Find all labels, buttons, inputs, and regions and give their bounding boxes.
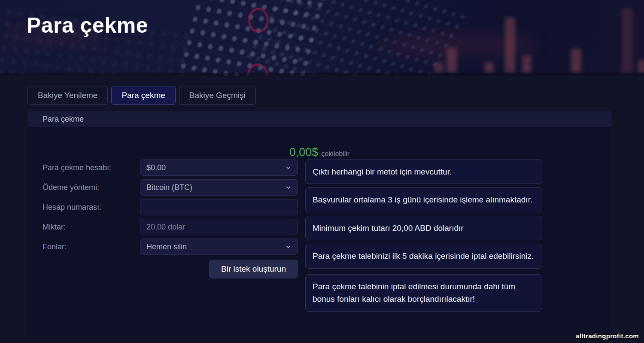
balance-suffix-label: çekilebilir [321, 150, 349, 157]
header-bar-chart-art [505, 18, 515, 73]
tab-balance-refill[interactable]: Bakiye Yenileme [27, 86, 108, 105]
site-watermark: alltradingprofit.com [576, 332, 639, 340]
account-number-field-wrap [140, 199, 298, 215]
note-bonus-warning: Para çekme talebinin iptal edilmesi duru… [305, 274, 542, 312]
tab-label: Bakiye Geçmişi [189, 91, 246, 100]
header-red-ring-art [248, 8, 269, 33]
tab-label: Bakiye Yenileme [38, 91, 97, 100]
info-notes: Çıktı herhangi bir metot için mevcuttur.… [305, 159, 542, 312]
create-request-button[interactable]: Bir istek oluşturun [209, 260, 298, 279]
select-value: $0.00 [146, 163, 166, 172]
panel-title: Para çekme [43, 115, 84, 124]
amount-field-wrap [140, 219, 298, 235]
account-number-input[interactable] [146, 203, 292, 212]
header-bar-chart-art [447, 48, 457, 73]
page-title: Para çekme [27, 13, 148, 38]
chevron-down-icon [285, 165, 292, 171]
account-number-label: Hesap numarası: [43, 203, 140, 212]
note-cancel-window: Para çekme talebinizi ilk 5 dakika içeri… [305, 244, 542, 268]
form-column: Para çekme hesabı: $0.00 Ödeme yöntemi: … [43, 159, 298, 312]
header-bar-chart-art [522, 55, 532, 73]
select-value: Hemen silin [146, 242, 187, 251]
tab-withdrawal[interactable]: Para çekme [111, 86, 175, 105]
tab-label: Para çekme [122, 91, 165, 100]
form-row: Fonlar: Hemen silin [43, 239, 298, 255]
panel-body: 0,00$çekilebilir Para çekme hesabı: $0.0… [27, 127, 611, 336]
chevron-down-icon [285, 244, 292, 250]
tab-balance-history[interactable]: Bakiye Geçmişi [179, 86, 256, 105]
amount-label: Miktar: [43, 223, 140, 232]
payment-method-select[interactable]: Bitcoin (BTC) [140, 179, 298, 196]
withdrawal-account-label: Para çekme hesabı: [43, 163, 140, 172]
form-row: Hesap numarası: [43, 199, 298, 215]
payment-method-label: Ödeme yöntemi: [43, 183, 140, 192]
note-any-method: Çıktı herhangi bir metot için mevcuttur. [305, 159, 542, 184]
header-bar-chart-art [434, 62, 443, 73]
form-row: Para çekme hesabı: $0.00 [43, 159, 298, 176]
balance-tabs: Bakiye Yenileme Para çekme Bakiye Geçmiş… [27, 86, 644, 105]
balance-amount: 0,00$ [289, 146, 319, 159]
header-bar-chart-art [638, 60, 644, 73]
header-bar-chart-art [484, 62, 494, 73]
select-value: Bitcoin (BTC) [146, 183, 192, 192]
note-processing-time: Başvurular ortalama 3 iş günü içerisinde… [305, 187, 542, 212]
header-bar-chart-art [571, 49, 581, 73]
withdrawal-form: Para çekme hesabı: $0.00 Ödeme yöntemi: … [27, 159, 611, 312]
form-row: Ödeme yöntemi: Bitcoin (BTC) [43, 179, 298, 196]
note-minimum-amount: Minimum çekim tutarı 20,00 ABD dolarıdır [305, 216, 542, 240]
panel-header: Para çekme [27, 111, 611, 127]
funds-select[interactable]: Hemen silin [140, 239, 298, 255]
page-header: Para çekme [0, 0, 644, 76]
form-row: Miktar: [43, 219, 298, 235]
amount-input[interactable] [146, 223, 292, 232]
withdrawal-account-select[interactable]: $0.00 [140, 159, 298, 176]
withdrawal-panel: Para çekme 0,00$çekilebilir Para çekme h… [27, 111, 611, 336]
funds-label: Fonlar: [43, 242, 140, 251]
header-bar-chart-art [622, 8, 633, 73]
withdrawable-balance: 0,00$çekilebilir [27, 127, 611, 159]
submit-row: Bir istek oluşturun [43, 260, 298, 279]
chevron-down-icon [285, 184, 292, 191]
